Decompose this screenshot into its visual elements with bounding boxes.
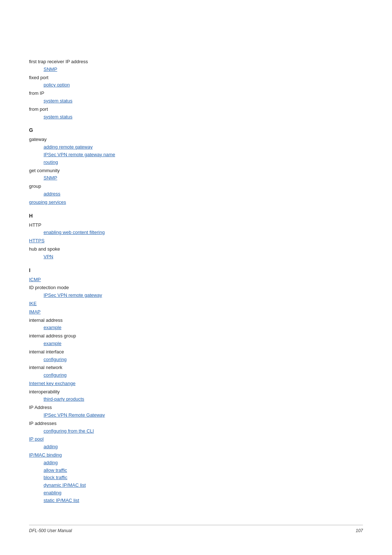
link-vpn[interactable]: VPN bbox=[29, 253, 363, 261]
configuring-from-cli-link[interactable]: configuring from the CLI bbox=[44, 428, 94, 434]
system-status-link-1[interactable]: system status bbox=[44, 98, 72, 104]
link-third-party-products[interactable]: third-party products bbox=[29, 396, 363, 403]
footer: DFL-500 User Manual 107 bbox=[29, 525, 363, 533]
link-allow-traffic[interactable]: allow traffic bbox=[29, 467, 363, 474]
routing-link-1[interactable]: routing bbox=[44, 159, 58, 165]
entry-from-ip: from IP system status bbox=[29, 90, 363, 105]
term-gateway: gateway bbox=[29, 136, 363, 143]
term-from-port: from port bbox=[29, 106, 363, 113]
enabling-link[interactable]: enabling bbox=[44, 490, 61, 495]
system-status-link-2[interactable]: system status bbox=[44, 114, 72, 119]
link-dynamic-ipmac-list[interactable]: dynamic IP/MAC list bbox=[29, 482, 363, 489]
ip-pool-link[interactable]: IP pool bbox=[29, 436, 363, 443]
term-id-protection-mode: ID protection mode bbox=[29, 284, 363, 292]
snmp-link-1[interactable]: SNMP bbox=[44, 66, 57, 72]
enabling-web-content-filtering-link[interactable]: enabling web content filtering bbox=[44, 230, 105, 235]
snmp-link-2[interactable]: SNMP bbox=[44, 175, 57, 181]
configuring-link-1[interactable]: configuring bbox=[44, 357, 67, 362]
entry-http: HTTP enabling web content filtering bbox=[29, 222, 363, 237]
block-traffic-link[interactable]: block traffic bbox=[44, 475, 68, 480]
link-system-status-2[interactable]: system status bbox=[29, 113, 363, 121]
entry-interoperability: interoperability third-party products bbox=[29, 388, 363, 404]
third-party-products-link[interactable]: third-party products bbox=[44, 396, 84, 402]
link-adding-remote-gateway[interactable]: adding remote gateway bbox=[29, 143, 363, 151]
entry-internal-address-group: internal address group example bbox=[29, 332, 363, 348]
link-address[interactable]: address bbox=[29, 190, 363, 198]
term-group: group bbox=[29, 183, 363, 190]
g-header: G bbox=[29, 127, 363, 133]
entry-get-community: get community SNMP bbox=[29, 167, 363, 182]
link-ipsec-vpn-remote-gateway-caps[interactable]: IPSec VPN Remote Gateway bbox=[29, 412, 363, 419]
term-ip-address: IP Address bbox=[29, 404, 363, 412]
link-configuring-from-cli[interactable]: configuring from the CLI bbox=[29, 428, 363, 435]
link-static-ipmac-list[interactable]: static IP/MAC list bbox=[29, 497, 363, 505]
term-fixed-port: fixed port bbox=[29, 74, 363, 82]
adding-link-2[interactable]: adding bbox=[44, 460, 58, 465]
term-ip-addresses: IP addresses bbox=[29, 420, 363, 428]
entry-grouping-services[interactable]: grouping services bbox=[29, 199, 363, 206]
allow-traffic-link[interactable]: allow traffic bbox=[44, 467, 67, 473]
entry-gateway: gateway adding remote gateway IPSec VPN … bbox=[29, 136, 363, 166]
term-hub-and-spoke: hub and spoke bbox=[29, 246, 363, 253]
ipsec-vpn-remote-gateway-caps-link[interactable]: IPSec VPN Remote Gateway bbox=[44, 412, 105, 418]
dynamic-ipmac-list-link[interactable]: dynamic IP/MAC list bbox=[44, 482, 86, 488]
term-interoperability: interoperability bbox=[29, 388, 363, 396]
link-example-1[interactable]: example bbox=[29, 324, 363, 332]
entry-icmp[interactable]: ICMP bbox=[29, 276, 363, 284]
link-policy-option[interactable]: policy option bbox=[29, 81, 363, 89]
entry-internal-network: internal network configuring bbox=[29, 364, 363, 379]
static-ipmac-list-link[interactable]: static IP/MAC list bbox=[44, 498, 79, 503]
link-adding-2[interactable]: adding bbox=[29, 459, 363, 467]
link-enabling-web-content-filtering[interactable]: enabling web content filtering bbox=[29, 229, 363, 236]
entry-ike[interactable]: IKE bbox=[29, 300, 363, 308]
entry-imap[interactable]: IMAP bbox=[29, 308, 363, 316]
link-configuring-1[interactable]: configuring bbox=[29, 356, 363, 364]
link-system-status-1[interactable]: system status bbox=[29, 97, 363, 105]
g-section: G gateway adding remote gateway IPSec VP… bbox=[29, 127, 363, 206]
imap-link[interactable]: IMAP bbox=[29, 308, 363, 316]
link-routing-1[interactable]: routing bbox=[29, 159, 363, 166]
i-header: I bbox=[29, 267, 363, 273]
link-configuring-2[interactable]: configuring bbox=[29, 372, 363, 379]
address-link[interactable]: address bbox=[44, 191, 60, 197]
adding-remote-gateway-link[interactable]: adding remote gateway bbox=[44, 144, 93, 150]
entry-first-trap: first trap receiver IP address SNMP bbox=[29, 58, 363, 73]
entry-from-port: from port system status bbox=[29, 106, 363, 121]
link-example-2[interactable]: example bbox=[29, 340, 363, 348]
ipsec-vpn-remote-gw-name-link[interactable]: IPSec VPN remote gateway name bbox=[44, 152, 115, 157]
link-snmp-2[interactable]: SNMP bbox=[29, 174, 363, 182]
configuring-link-2[interactable]: configuring bbox=[44, 372, 67, 378]
link-enabling[interactable]: enabling bbox=[29, 489, 363, 497]
link-ipsec-vpn-remote-gw-name[interactable]: IPSec VPN remote gateway name bbox=[29, 151, 363, 159]
internet-key-exchange-link[interactable]: Internet key exchange bbox=[29, 380, 363, 388]
entry-ip-pool: IP pool adding bbox=[29, 436, 363, 451]
link-snmp-1[interactable]: SNMP bbox=[29, 66, 363, 73]
adding-link-1[interactable]: adding bbox=[44, 444, 58, 449]
h-header: H bbox=[29, 213, 363, 219]
example-link-2[interactable]: example bbox=[44, 341, 61, 346]
policy-option-link[interactable]: policy option bbox=[44, 82, 70, 88]
link-ipsec-vpn-remote-gw[interactable]: IPSec VPN remote gateway bbox=[29, 292, 363, 299]
entry-https[interactable]: HTTPS bbox=[29, 237, 363, 245]
link-adding-1[interactable]: adding bbox=[29, 443, 363, 451]
entry-ip-address: IP Address IPSec VPN Remote Gateway bbox=[29, 404, 363, 419]
grouping-services-link[interactable]: grouping services bbox=[29, 199, 363, 206]
term-internal-interface: internal interface bbox=[29, 348, 363, 356]
term-get-community: get community bbox=[29, 167, 363, 175]
entry-group: group address bbox=[29, 183, 363, 198]
vpn-link[interactable]: VPN bbox=[44, 254, 53, 259]
i-section: I ICMP ID protection mode IPSec VPN remo… bbox=[29, 267, 363, 505]
term-internal-address-group: internal address group bbox=[29, 332, 363, 340]
ipsec-vpn-remote-gw-link[interactable]: IPSec VPN remote gateway bbox=[44, 292, 102, 298]
ipmac-binding-link[interactable]: IP/MAC binding bbox=[29, 451, 363, 459]
entry-internet-key-exchange[interactable]: Internet key exchange bbox=[29, 380, 363, 388]
link-block-traffic[interactable]: block traffic bbox=[29, 474, 363, 482]
ike-link[interactable]: IKE bbox=[29, 300, 363, 308]
example-link-1[interactable]: example bbox=[44, 325, 61, 330]
entry-id-protection-mode: ID protection mode IPSec VPN remote gate… bbox=[29, 284, 363, 299]
entry-internal-address: internal address example bbox=[29, 317, 363, 332]
https-link[interactable]: HTTPS bbox=[29, 237, 363, 245]
term-http: HTTP bbox=[29, 222, 363, 229]
icmp-link[interactable]: ICMP bbox=[29, 276, 363, 284]
footer-right: 107 bbox=[356, 528, 363, 533]
